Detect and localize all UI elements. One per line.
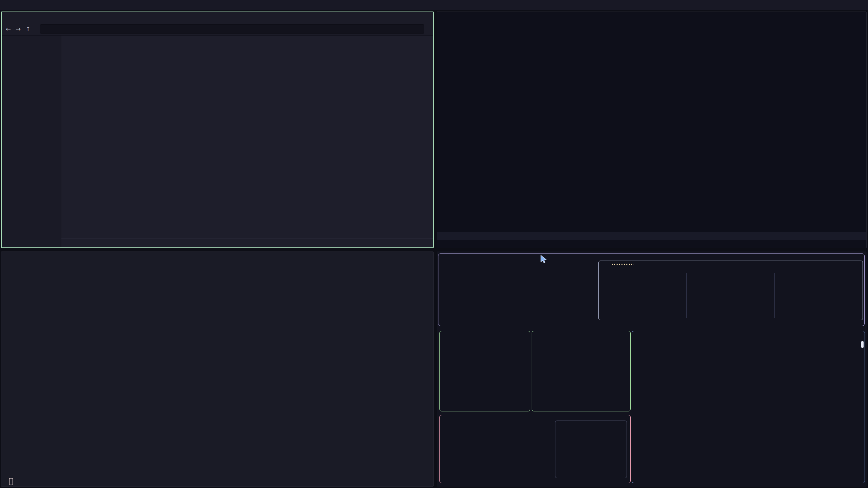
modeline [437, 232, 866, 240]
echo-area [437, 240, 866, 248]
up-button[interactable]: ↑ [25, 26, 31, 32]
shell-prompt[interactable] [6, 478, 13, 485]
cpu-core-box [598, 261, 863, 320]
menubar [2, 12, 433, 23]
path-bar[interactable] [40, 24, 424, 34]
net-panel [439, 415, 631, 483]
btop-window [437, 251, 867, 487]
disks-panel [532, 331, 631, 411]
text-cursor [9, 478, 13, 485]
mouse-cursor [540, 255, 547, 264]
net-stats-box [555, 421, 627, 478]
thunar-window: ← → ↑ [1, 12, 434, 248]
toolbar: ← → ↑ [2, 23, 433, 36]
forward-button[interactable]: → [16, 26, 21, 32]
file-list [61, 36, 433, 247]
freq-dots [612, 264, 633, 265]
column-headers [61, 36, 433, 45]
sidebar [2, 36, 61, 247]
emacs-window[interactable] [437, 12, 867, 248]
terminal-window[interactable] [1, 251, 434, 487]
cpu-panel [438, 253, 865, 326]
proc-panel [632, 331, 865, 483]
statusbar [61, 238, 433, 247]
org-buffer [437, 12, 866, 232]
status-bar [0, 0, 868, 10]
mem-panel [439, 331, 530, 411]
proc-header [632, 334, 865, 341]
proc-scrollbar[interactable] [861, 341, 864, 348]
back-button[interactable]: ← [6, 26, 11, 32]
command-line [6, 255, 9, 261]
desktop: ← → ↑ [0, 0, 868, 488]
